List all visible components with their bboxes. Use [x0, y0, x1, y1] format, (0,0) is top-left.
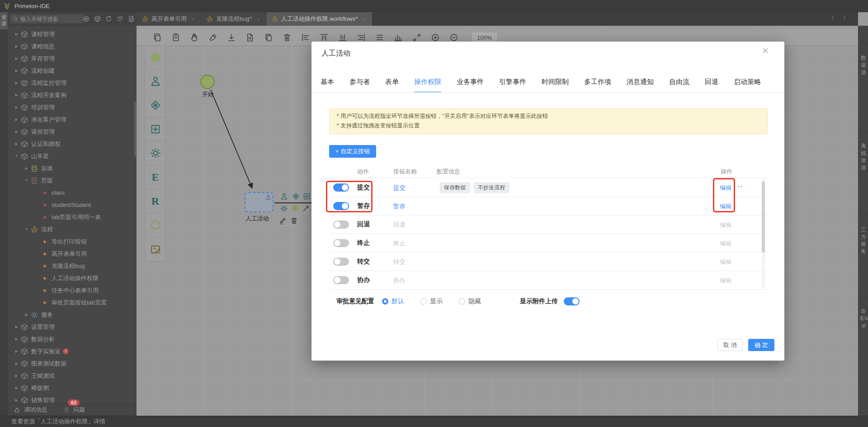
person-icon[interactable] [280, 192, 288, 200]
tab-close-icon[interactable] [363, 17, 367, 21]
align-center-icon[interactable] [375, 33, 384, 42]
editor-tab[interactable]: 克隆流程bug* [201, 12, 266, 26]
toggle-off[interactable] [333, 258, 349, 266]
doc-gear-icon[interactable] [128, 15, 135, 22]
palette-relation[interactable]: R [145, 189, 165, 213]
dialog-close-icon[interactable] [762, 47, 769, 54]
hand-icon[interactable] [190, 33, 199, 42]
toggle-off[interactable] [333, 221, 349, 229]
palette-end-event[interactable] [145, 213, 165, 237]
download-icon[interactable] [227, 33, 236, 42]
tree-item[interactable]: ▶培训管理 [8, 101, 137, 113]
brush-icon[interactable] [208, 33, 217, 42]
tree-item[interactable]: ▼山羊君 [8, 150, 137, 162]
start-node[interactable] [200, 75, 215, 89]
tree-item[interactable]: ▶请假管理 [8, 126, 137, 138]
more-link[interactable]: ·· [738, 183, 743, 190]
tree-item[interactable]: ▶流程创建 [8, 65, 137, 77]
tree-item[interactable]: ▶数据分析 [8, 333, 137, 345]
align-bottom-icon[interactable] [338, 33, 347, 42]
palette-service-task[interactable] [145, 141, 165, 165]
editor-tab[interactable]: 高开表单引用 [137, 12, 201, 26]
radio-option[interactable]: 显示 [420, 297, 443, 305]
tree-item[interactable]: ▶实体 [8, 162, 137, 174]
tree-item[interactable]: ▶课程信息 [8, 40, 137, 52]
palette-subprocess[interactable] [145, 117, 165, 141]
rail-tab[interactable]: 命名Sql [859, 297, 868, 378]
button-name-link[interactable]: 暂存 [393, 202, 406, 211]
tree-item[interactable]: 人工活动操作权限 [8, 272, 137, 284]
paste-icon[interactable] [171, 33, 180, 42]
bars-icon[interactable] [394, 33, 403, 42]
line-arrow-icon[interactable] [302, 205, 310, 212]
rail-tab[interactable]: 离线资源 [859, 132, 868, 216]
tree-item[interactable]: ▶认证和授权 [8, 138, 137, 150]
dialog-tab[interactable]: 操作权限 [414, 78, 441, 93]
package-icon[interactable] [94, 15, 101, 22]
tree-item[interactable]: ▶王斌测试 [8, 370, 137, 382]
tree-item[interactable]: ▼流程 [8, 223, 137, 235]
square-plus-icon[interactable] [303, 192, 311, 200]
problems-tab[interactable]: 问题 [73, 406, 85, 414]
tree-item[interactable]: ▼页面 [8, 174, 137, 187]
tree-item[interactable]: 克隆流程bug [8, 260, 137, 272]
dialog-tab[interactable]: 业务事件 [457, 78, 484, 93]
diamond-icon[interactable] [292, 192, 300, 200]
ai-icon[interactable] [83, 15, 90, 22]
tree-item[interactable]: ▶数字实验室! [8, 345, 137, 357]
outline-icon[interactable] [117, 15, 123, 22]
radio-option[interactable]: 隐藏 [459, 297, 481, 305]
palette-entity[interactable]: E [145, 165, 165, 189]
cancel-button[interactable]: 取 消 [717, 339, 743, 351]
trash-icon[interactable] [283, 33, 292, 42]
dialog-tab[interactable]: 参与者 [349, 78, 370, 93]
refresh-icon[interactable] [105, 15, 112, 22]
zoom-in-icon[interactable] [431, 33, 440, 42]
tree-item[interactable]: studentStudent [8, 199, 137, 211]
align-top-icon[interactable] [320, 33, 329, 42]
debug-tab[interactable]: 调试信息 [24, 406, 47, 414]
tree-item[interactable]: ▶流程监控管理 [8, 77, 137, 89]
align-left-icon[interactable] [301, 33, 310, 42]
tree-item[interactable]: ▶设置管理 [8, 321, 137, 333]
fit-icon[interactable] [412, 33, 421, 42]
rail-tab-resources[interactable]: 资源 [0, 12, 8, 29]
dialog-tab[interactable]: 回退 [705, 78, 718, 93]
tree-item[interactable]: 审批页面按钮tab宽度 [8, 296, 137, 309]
dialog-tab[interactable]: 时间限制 [542, 78, 569, 93]
tree-item[interactable]: class [8, 187, 137, 199]
pencil-icon[interactable] [279, 217, 287, 225]
tree-item[interactable]: 导出打印按钮 [8, 235, 137, 248]
rail-tab[interactable]: 三方服务 [859, 216, 868, 297]
tree-item[interactable]: ▶库存管理 [8, 52, 137, 65]
ok-button[interactable]: 确 定 [748, 339, 774, 351]
dialog-tab[interactable]: 消息通知 [627, 78, 654, 93]
rail-tab[interactable]: 数据源 [859, 44, 868, 132]
radio-selected[interactable]: 默认 [382, 297, 404, 305]
palette-annotation[interactable] [145, 237, 165, 261]
tree-item[interactable]: ▶图表测试数据 [8, 357, 137, 370]
sidebar-scrollbar[interactable] [134, 102, 136, 157]
table-scrollbar-thumb[interactable] [762, 181, 765, 253]
dialog-tab[interactable]: 自由流 [669, 78, 689, 93]
align-right-icon[interactable] [357, 33, 366, 42]
doc-copy-icon[interactable] [264, 33, 273, 42]
tree-item[interactable]: 高开表单引用 [8, 248, 137, 260]
palette-start-event[interactable] [145, 46, 165, 70]
tab-close-icon[interactable] [256, 17, 260, 21]
gear-icon[interactable] [280, 205, 288, 212]
tree-item[interactable]: ▶流程开发案例 [8, 89, 137, 101]
dialog-tab[interactable]: 引擎事件 [499, 78, 526, 93]
toggle-off[interactable] [333, 276, 349, 284]
tree-item[interactable]: 任务中心表单引用 [8, 284, 137, 296]
tree-item[interactable]: ▶稀饭粥 [8, 382, 137, 394]
trash-icon[interactable] [290, 217, 298, 225]
dialog-tab[interactable]: 多工作项 [584, 78, 611, 93]
tree-item[interactable]: tab页面引用同一表 [8, 211, 137, 223]
document-icon[interactable] [245, 33, 255, 42]
activity-node[interactable] [245, 192, 274, 212]
nav-forward-icon[interactable] [841, 15, 847, 21]
zoom-out-icon[interactable] [449, 33, 458, 42]
nav-back-icon[interactable] [830, 15, 836, 21]
save-icon[interactable] [857, 14, 865, 22]
